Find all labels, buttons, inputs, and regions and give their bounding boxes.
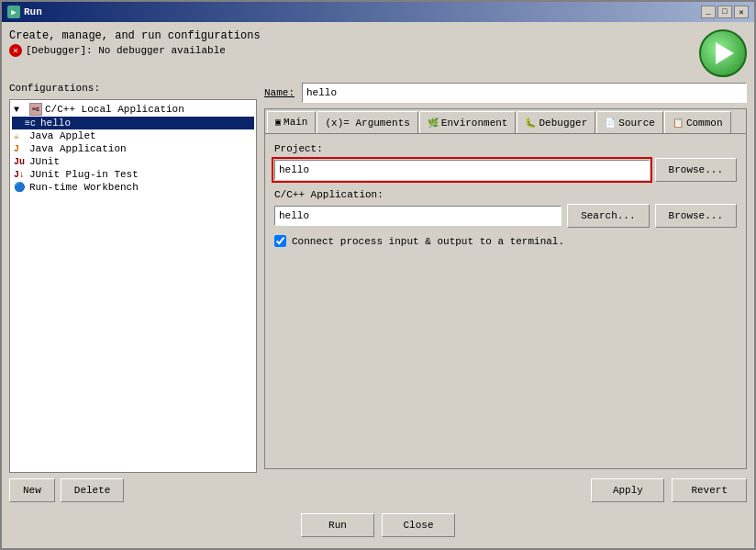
config-tree[interactable]: ▼ ≡c C/C++ Local Application ≡c hello ☕ … <box>9 99 257 473</box>
tab-environment[interactable]: 🌿 Environment <box>419 111 517 133</box>
source-tab-icon: 📄 <box>605 118 616 129</box>
junit-plugin-icon: J↓ <box>14 170 27 180</box>
tree-label-java-applet: Java Applet <box>29 130 96 141</box>
tree-item-junit-plugin[interactable]: J↓ JUnit Plug-in Test <box>12 168 254 181</box>
project-field-group: Project: Browse... <box>274 143 737 182</box>
apply-button[interactable]: Apply <box>591 478 664 502</box>
tree-label-hello: hello <box>40 118 71 129</box>
tree-label-junit: JUnit <box>29 156 60 167</box>
tab-common-label: Common <box>686 118 723 129</box>
tree-item-junit[interactable]: Ju JUnit <box>12 155 254 168</box>
tree-label-cpp-local: C/C++ Local Application <box>45 104 184 115</box>
title-bar-left: ▶ Run <box>7 6 42 18</box>
tab-debugger-label: Debugger <box>539 118 587 129</box>
maximize-button[interactable]: □ <box>717 6 732 18</box>
run-window: ▶ Run _ □ ✕ Create, manage, and run conf… <box>0 0 756 550</box>
error-icon: ✕ <box>9 44 22 57</box>
tab-source-label: Source <box>618 118 655 129</box>
debugger-tab-icon: 🐛 <box>525 118 536 129</box>
terminal-checkbox-row: Connect process input & output to a term… <box>274 235 737 247</box>
title-bar-buttons: _ □ ✕ <box>701 6 749 18</box>
window-title: Run <box>24 6 42 17</box>
environment-tab-icon: 🌿 <box>428 118 439 129</box>
apply-revert-buttons: Apply Revert <box>264 475 747 502</box>
close-button[interactable]: ✕ <box>734 6 749 18</box>
tree-item-hello[interactable]: ≡c hello <box>12 117 254 129</box>
terminal-checkbox[interactable] <box>274 235 286 247</box>
tree-item-java-applet[interactable]: ☕ Java Applet <box>12 129 254 142</box>
tab-environment-label: Environment <box>441 118 508 129</box>
tab-debugger[interactable]: 🐛 Debugger <box>517 111 595 133</box>
java-icon-applet: ☕ <box>14 130 27 141</box>
common-tab-icon: 📋 <box>673 118 684 129</box>
window-content: Create, manage, and run configurations ✕… <box>2 22 754 548</box>
tree-item-cpp-local[interactable]: ▼ ≡c C/C++ Local Application <box>12 102 254 117</box>
main-tab-icon: ▣ <box>275 117 281 128</box>
java-icon-app: J <box>14 144 27 154</box>
delete-button[interactable]: Delete <box>61 478 125 502</box>
cpp-app-input[interactable] <box>274 206 561 226</box>
tab-source[interactable]: 📄 Source <box>596 111 663 133</box>
cpp-app-row: Search... Browse... <box>274 204 737 228</box>
new-button[interactable]: New <box>9 478 55 502</box>
left-panel: Configurations: ▼ ≡c C/C++ Local Applica… <box>9 83 257 502</box>
project-row: Browse... <box>274 158 737 182</box>
error-text: [Debugger]: No debugger available <box>26 45 226 56</box>
header-text: Create, manage, and run configurations ✕… <box>9 29 261 57</box>
run-circle-button[interactable] <box>699 29 747 77</box>
tab-arguments-label: (x)= Arguments <box>325 118 409 129</box>
tabs-bar: ▣ Main (x)= Arguments 🌿 Environment 🐛 <box>265 109 746 134</box>
tree-label-runtime-workbench: Run-time Workbench <box>29 182 139 193</box>
tree-item-java-app[interactable]: J Java Application <box>12 142 254 155</box>
run-close-buttons: Run Close <box>9 508 747 541</box>
tab-main[interactable]: ▣ Main <box>267 111 316 133</box>
main-area: Configurations: ▼ ≡c C/C++ Local Applica… <box>9 83 747 502</box>
cpp-app-label: C/C++ Application: <box>274 189 737 200</box>
header-title: Create, manage, and run configurations <box>9 29 261 42</box>
left-buttons: New Delete <box>9 478 257 502</box>
configurations-label: Configurations: <box>9 83 257 94</box>
minimize-button[interactable]: _ <box>701 6 716 18</box>
terminal-checkbox-label: Connect process input & output to a term… <box>292 236 564 247</box>
tabs-panel: ▣ Main (x)= Arguments 🌿 Environment 🐛 <box>264 108 747 469</box>
project-input[interactable] <box>274 160 650 180</box>
tab-main-label: Main <box>284 117 307 128</box>
tab-common[interactable]: 📋 Common <box>664 111 731 133</box>
tree-label-java-app: Java Application <box>29 143 127 154</box>
right-panel: Name: ▣ Main (x)= Arguments � <box>264 83 747 502</box>
title-bar: ▶ Run _ □ ✕ <box>2 2 754 22</box>
project-label: Project: <box>274 143 737 154</box>
run-button[interactable]: Run <box>301 513 374 537</box>
cpp-app-browse-button[interactable]: Browse... <box>655 204 737 228</box>
run-triangle-icon <box>716 42 734 64</box>
main-tab-content: Project: Browse... C/C++ Application: <box>265 134 746 468</box>
close-button-main[interactable]: Close <box>382 513 455 537</box>
junit-icon: Ju <box>14 157 27 167</box>
header-area: Create, manage, and run configurations ✕… <box>9 29 747 77</box>
cpp-app-field-group: C/C++ Application: Search... Browse... <box>274 189 737 228</box>
name-row: Name: <box>264 83 747 103</box>
tree-label-junit-plugin: JUnit Plug-in Test <box>29 169 139 180</box>
expand-icon: ▼ <box>14 105 27 115</box>
cpp-app-icon: ≡c <box>25 118 38 129</box>
cpp-app-search-button[interactable]: Search... <box>567 204 649 228</box>
revert-button[interactable]: Revert <box>672 478 747 502</box>
workbench-icon: 🔵 <box>14 182 27 193</box>
cpp-icon: ≡c <box>29 103 42 116</box>
tab-arguments[interactable]: (x)= Arguments <box>317 111 417 133</box>
name-input[interactable] <box>302 83 747 103</box>
header-error: ✕ [Debugger]: No debugger available <box>9 44 261 57</box>
tree-item-runtime-workbench[interactable]: 🔵 Run-time Workbench <box>12 181 254 194</box>
project-browse-button[interactable]: Browse... <box>655 158 737 182</box>
window-icon: ▶ <box>7 6 20 18</box>
name-label: Name: <box>264 87 295 98</box>
